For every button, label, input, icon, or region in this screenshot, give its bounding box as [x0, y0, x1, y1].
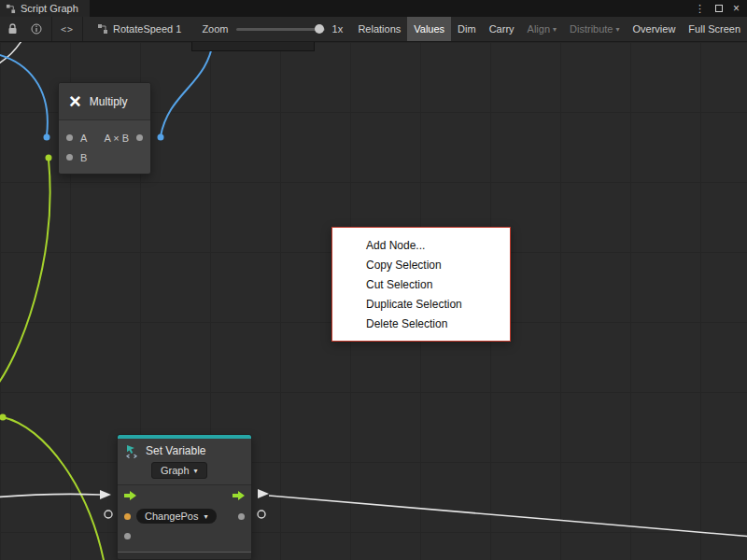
wire-green-into-multiply-b[interactable]	[0, 160, 50, 391]
script-graph-icon	[6, 4, 16, 14]
extra-input-port[interactable]	[124, 533, 131, 539]
multiply-node[interactable]: × Multiply A A × B B	[58, 82, 151, 175]
window-menu-icon[interactable]: ⋮	[695, 4, 705, 14]
multiply-icon: ×	[69, 91, 81, 112]
values-button[interactable]: Values	[407, 17, 451, 41]
blue-port-endpoint-out[interactable]	[158, 134, 164, 141]
toolbar-divider	[51, 17, 52, 42]
relations-button[interactable]: Relations	[351, 17, 407, 41]
titlebar: Script Graph ⋮ ×	[0, 0, 747, 17]
toolbar: <> RotateSpeed 1 Zoom 1x Relations Value…	[0, 17, 747, 42]
set-variable-icon	[125, 444, 139, 458]
multiply-node-title: Multiply	[90, 95, 128, 108]
port-out-label: A × B	[104, 133, 129, 144]
input-port-a[interactable]	[66, 134, 73, 141]
wire-blue-from-multiply-output[interactable]	[161, 42, 214, 136]
node-footer-strip	[118, 552, 251, 559]
unconnected-port-right[interactable]	[258, 511, 265, 518]
menu-item-copy-selection[interactable]: Copy Selection	[332, 255, 510, 274]
graph-name-label: RotateSpeed 1	[113, 23, 181, 35]
extra-port-row	[118, 526, 251, 545]
port-b-label: B	[80, 152, 87, 163]
chevron-down-icon: ▾	[553, 26, 557, 34]
zoom-value: 1x	[332, 23, 344, 35]
wire-white-top-left[interactable]	[0, 42, 24, 66]
tab-script-graph[interactable]: Script Graph	[0, 0, 90, 17]
unity-script-graph-window: Script Graph ⋮ × <>	[0, 0, 747, 560]
blue-port-endpoint-a[interactable]	[44, 134, 50, 141]
chevron-down-icon: ▾	[616, 26, 620, 34]
control-flow-row	[118, 485, 251, 506]
toolbar-divider	[82, 17, 83, 42]
tab-title: Script Graph	[21, 3, 78, 14]
variable-scope-dropdown[interactable]: Graph ▾	[151, 462, 207, 479]
overview-button[interactable]: Overview	[627, 17, 683, 41]
unconnected-port-left[interactable]	[105, 511, 112, 518]
carry-button[interactable]: Carry	[483, 17, 521, 41]
window-controls: ⋮ ×	[695, 3, 747, 14]
chevron-down-icon: ▾	[204, 513, 208, 521]
port-a-label: A	[80, 133, 87, 144]
fullscreen-button[interactable]: Full Screen	[682, 17, 747, 41]
multiply-node-body: A A × B B	[59, 120, 150, 174]
input-port-b[interactable]	[66, 154, 73, 161]
zoom-slider[interactable]	[236, 28, 325, 31]
lock-icon[interactable]	[0, 17, 24, 41]
green-port-endpoint-b[interactable]	[46, 155, 52, 161]
menu-item-delete-selection[interactable]: Delete Selection	[332, 314, 510, 333]
code-icon[interactable]: <>	[55, 17, 79, 41]
wire-green-bottom[interactable]	[3, 417, 105, 560]
dim-button[interactable]: Dim	[451, 17, 483, 41]
output-port[interactable]	[136, 134, 143, 141]
zoom-control: Zoom 1x	[202, 23, 343, 35]
variable-name-dropdown[interactable]: ChangePos ▾	[136, 509, 217, 524]
chevron-down-icon: ▾	[194, 468, 198, 475]
multiply-port-row-a: A A × B	[59, 128, 150, 147]
wire-white-into-setvariable[interactable]	[0, 494, 100, 497]
multiply-port-row-b: B	[59, 147, 150, 167]
context-menu: Add Node... Copy Selection Cut Selection…	[331, 227, 511, 342]
info-icon[interactable]	[24, 17, 49, 41]
align-button[interactable]: Align ▾	[521, 17, 563, 41]
menu-item-duplicate-selection[interactable]: Duplicate Selection	[332, 294, 510, 314]
wire-white-from-setvariable[interactable]	[269, 496, 747, 537]
graph-breadcrumb[interactable]: RotateSpeed 1	[97, 23, 181, 35]
set-variable-node[interactable]: Set Variable Graph ▾ ChangePos	[117, 434, 252, 560]
set-variable-title: Set Variable	[146, 444, 205, 457]
value-input-port[interactable]	[124, 513, 131, 520]
menu-item-add-node[interactable]: Add Node...	[332, 235, 510, 255]
distribute-button[interactable]: Distribute ▾	[563, 17, 626, 41]
flow-input-port-icon[interactable]	[124, 491, 136, 500]
toolbar-buttons: Relations Values Dim Carry Align ▾ Distr…	[351, 17, 747, 41]
set-variable-header[interactable]: Set Variable Graph ▾	[118, 439, 251, 485]
flow-output-port-icon[interactable]	[233, 491, 245, 500]
flow-arrowhead-out	[258, 489, 269, 498]
close-icon[interactable]: ×	[733, 3, 740, 14]
graph-asset-icon	[97, 23, 108, 35]
wire-blue-into-multiply-a[interactable]	[0, 53, 48, 135]
maximize-icon[interactable]	[715, 5, 723, 12]
multiply-node-header[interactable]: × Multiply	[59, 83, 150, 120]
zoom-label: Zoom	[202, 23, 228, 35]
value-output-port[interactable]	[238, 513, 245, 520]
flow-arrowhead-in	[100, 490, 111, 499]
variable-value-row: ChangePos ▾	[118, 506, 251, 526]
zoom-slider-knob[interactable]	[315, 24, 324, 34]
menu-item-cut-selection[interactable]: Cut Selection	[332, 274, 510, 294]
